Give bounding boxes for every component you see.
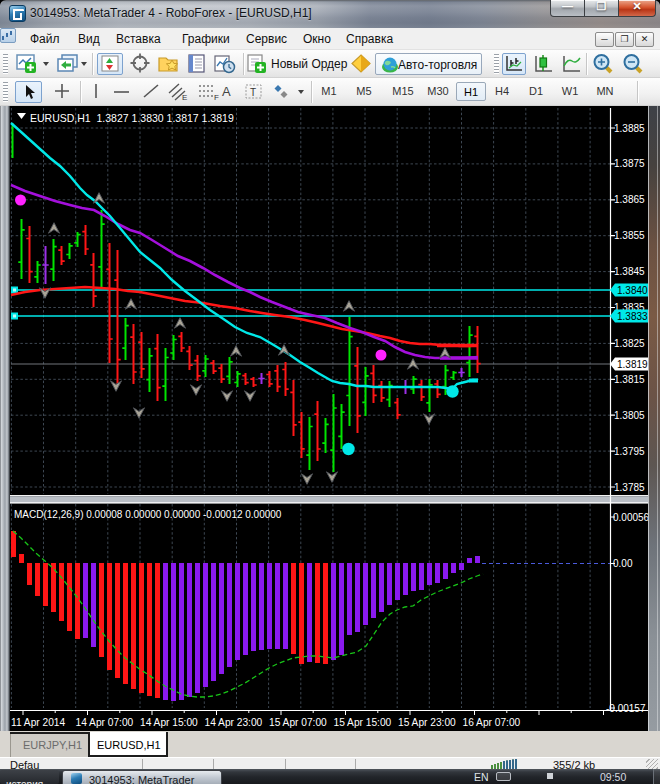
svg-text:1.3840: 1.3840 <box>617 285 648 296</box>
svg-text:1.3865: 1.3865 <box>614 194 645 205</box>
svg-text:1.3819: 1.3819 <box>617 359 648 370</box>
svg-text:14 Apr 23:00: 14 Apr 23:00 <box>205 717 263 728</box>
svg-text:1.3875: 1.3875 <box>614 158 645 169</box>
svg-text:1.3795: 1.3795 <box>614 446 645 457</box>
svg-text:1.3815: 1.3815 <box>614 374 645 385</box>
svg-text:1.3825: 1.3825 <box>614 338 645 349</box>
svg-text:1.3845: 1.3845 <box>614 266 645 277</box>
svg-text:15 Apr 07:00: 15 Apr 07:00 <box>269 717 327 728</box>
svg-text:1.3785: 1.3785 <box>614 482 645 493</box>
svg-text:0.00: 0.00 <box>613 558 633 569</box>
svg-text:1.3885: 1.3885 <box>614 123 645 134</box>
svg-text:EURUSD,H1 1.3827 1.3830 1.381: EURUSD,H1 1.3827 1.3830 1.3817 1.3819 <box>30 112 234 124</box>
svg-text:1.3855: 1.3855 <box>614 230 645 241</box>
svg-text:14 Apr 07:00: 14 Apr 07:00 <box>76 717 134 728</box>
svg-text:T: T <box>250 87 256 98</box>
svg-text:11 Apr 2014: 11 Apr 2014 <box>11 717 66 728</box>
svg-text:0.00056: 0.00056 <box>613 512 650 523</box>
svg-text:E: E <box>182 93 187 102</box>
svg-text:1.3805: 1.3805 <box>614 410 645 421</box>
svg-text:1.3833: 1.3833 <box>617 311 648 322</box>
svg-text:F: F <box>214 93 219 102</box>
svg-text:16 Apr 07:00: 16 Apr 07:00 <box>463 717 521 728</box>
svg-text:15 Apr 15:00: 15 Apr 15:00 <box>334 717 392 728</box>
svg-text:14 Apr 15:00: 14 Apr 15:00 <box>140 717 198 728</box>
svg-text:MACD(12,26,9) 0.00008 0.00000: MACD(12,26,9) 0.00008 0.00000 0.00000 -0… <box>14 509 282 520</box>
svg-text:15 Apr 23:00: 15 Apr 23:00 <box>398 717 456 728</box>
